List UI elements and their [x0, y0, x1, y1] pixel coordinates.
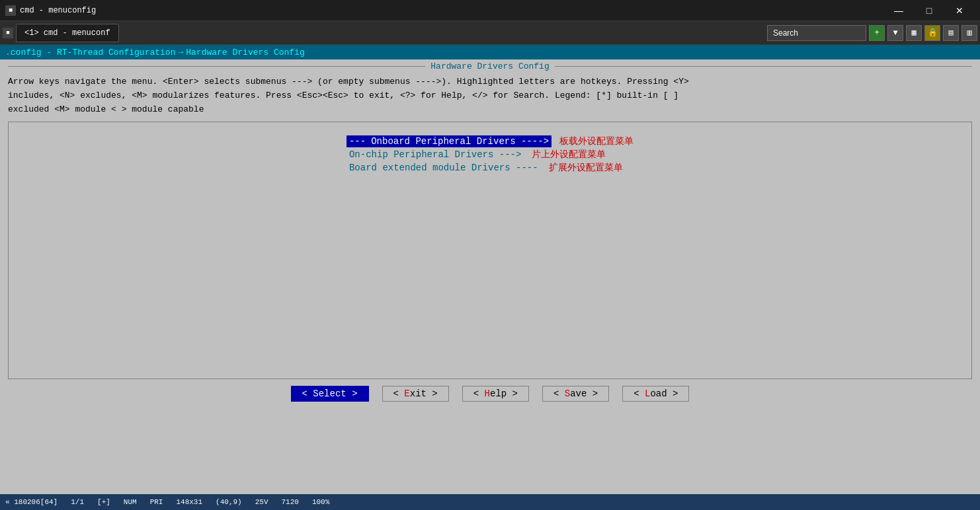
exit-label-left: < — [393, 388, 405, 399]
help-hotkey: H — [485, 388, 490, 399]
inner-content: Hardware Drivers Config Arrow keys navig… — [0, 59, 980, 510]
save-label-left: < — [553, 388, 565, 399]
layout-btn-2[interactable]: ▤ — [943, 25, 959, 41]
minimize-button[interactable]: — — [883, 0, 914, 21]
status-filename: « 180206[64] — [5, 498, 58, 506]
tab-icon-symbol: ■ — [6, 30, 9, 36]
select-button[interactable]: < Select > — [291, 386, 369, 402]
status-zoom: 7120 — [282, 498, 299, 506]
tab-icon: ■ — [3, 28, 13, 38]
save-button[interactable]: < Save > — [542, 386, 609, 402]
status-position: 1/1 — [71, 498, 84, 506]
layout-btn-1[interactable]: ▦ — [906, 25, 922, 41]
menu-item-onboard[interactable]: --- Onboard Peripheral Drivers ----> — [347, 135, 551, 147]
app-icon-symbol: ■ — [9, 7, 13, 14]
add-tab-button[interactable]: + — [869, 25, 885, 41]
help-label-left: < — [473, 388, 485, 399]
window-controls: — □ ✕ — [883, 0, 975, 21]
menu-box: --- Onboard Peripheral Drivers ----> 板载外… — [8, 122, 972, 379]
status-priority: PRI — [150, 498, 163, 506]
close-button[interactable]: ✕ — [944, 0, 975, 21]
menu-item-board[interactable]: Board extended module Drivers ---- — [347, 162, 541, 174]
tab-label: <1> cmd - menuconf — [24, 28, 110, 38]
help-button[interactable]: < Help > — [462, 386, 529, 402]
menu-item-row-2[interactable]: On-chip Peripheral Drivers ---> 片上外设配置菜单 — [347, 149, 606, 161]
save-hotkey: S — [565, 388, 570, 399]
title-bar: ■ cmd - menuconfig — □ ✕ — [0, 0, 980, 21]
maximize-button[interactable]: □ — [914, 0, 944, 21]
bottom-buttons: < Select > < Exit > < Help > < Save > < … — [8, 379, 972, 407]
status-flags: [+] — [97, 498, 110, 506]
app-window: ■ cmd - menuconfig — □ ✕ ■ <1> cmd - men… — [0, 0, 980, 510]
breadcrumb-part1: .config - RT-Thread Configuration — [5, 48, 175, 57]
menu-item-board-label: Board extended module Drivers ---- — [349, 163, 538, 173]
box-title: Hardware Drivers Config — [425, 61, 554, 71]
help-line-3: excluded <M> module < > module capable — [8, 103, 972, 117]
breadcrumb-part2: Hardware Drivers Config — [186, 48, 304, 57]
load-button[interactable]: < Load > — [622, 386, 689, 402]
menu-item-onboard-comment: 板载外设配置菜单 — [559, 135, 633, 147]
box-border-top: Hardware Drivers Config — [8, 59, 972, 73]
status-dimensions: 148x31 — [176, 498, 202, 506]
load-label-left: < — [633, 388, 645, 399]
status-bar: « 180206[64] 1/1 [+] NUM PRI 148x31 (40,… — [0, 494, 980, 510]
lock-button[interactable]: 🔒 — [924, 25, 940, 41]
breadcrumb-arrow: → — [178, 48, 183, 57]
exit-hotkey: E — [404, 388, 409, 399]
load-label-right: oad > — [650, 388, 678, 399]
app-icon: ■ — [5, 5, 16, 16]
status-percent: 100% — [312, 498, 329, 506]
menu-item-onchip-comment: 片上外设配置菜单 — [532, 149, 606, 161]
status-coords: (40,9) — [216, 498, 242, 506]
dropdown-button[interactable]: ▼ — [887, 25, 903, 41]
search-input[interactable] — [767, 25, 866, 41]
status-voltage: 25V — [255, 498, 268, 506]
tab-toolbar: + ▼ ▦ 🔒 ▤ ▥ — [767, 25, 977, 41]
layout-btn-3[interactable]: ▥ — [961, 25, 977, 41]
menu-item-board-comment: 扩展外设配置菜单 — [549, 162, 623, 174]
help-line-1: Arrow keys navigate the menu. <Enter> se… — [8, 75, 972, 89]
help-label-right: elp > — [490, 388, 518, 399]
menu-item-onboard-indicator: --- — [349, 136, 366, 147]
menu-item-onchip-label: On-chip Peripheral Drivers ---> — [349, 149, 521, 160]
main-content: .config - RT-Thread Configuration → Hard… — [0, 45, 980, 510]
tab-bar: ■ <1> cmd - menuconf + ▼ ▦ 🔒 ▤ ▥ — [0, 21, 980, 45]
menu-item-onchip[interactable]: On-chip Peripheral Drivers ---> — [347, 149, 524, 161]
save-label-right: ave > — [570, 388, 598, 399]
breadcrumb: .config - RT-Thread Configuration → Hard… — [0, 45, 980, 59]
help-text: Arrow keys navigate the menu. <Enter> se… — [8, 73, 972, 122]
menu-items: --- Onboard Peripheral Drivers ----> 板载外… — [347, 135, 633, 174]
menu-item-row-1[interactable]: --- Onboard Peripheral Drivers ----> 板载外… — [347, 135, 633, 147]
window-title: cmd - menuconfig — [20, 6, 883, 15]
menu-item-onboard-label: Onboard Peripheral Drivers ----> — [371, 136, 549, 147]
exit-button[interactable]: < Exit > — [382, 386, 449, 402]
menu-item-row-3[interactable]: Board extended module Drivers ---- 扩展外设配… — [347, 162, 623, 174]
exit-label-right: xit > — [410, 388, 438, 399]
status-mode: NUM — [124, 498, 137, 506]
tab-item-1[interactable]: <1> cmd - menuconf — [16, 24, 119, 42]
help-line-2: includes, <N> excludes, <M> modularizes … — [8, 89, 972, 103]
